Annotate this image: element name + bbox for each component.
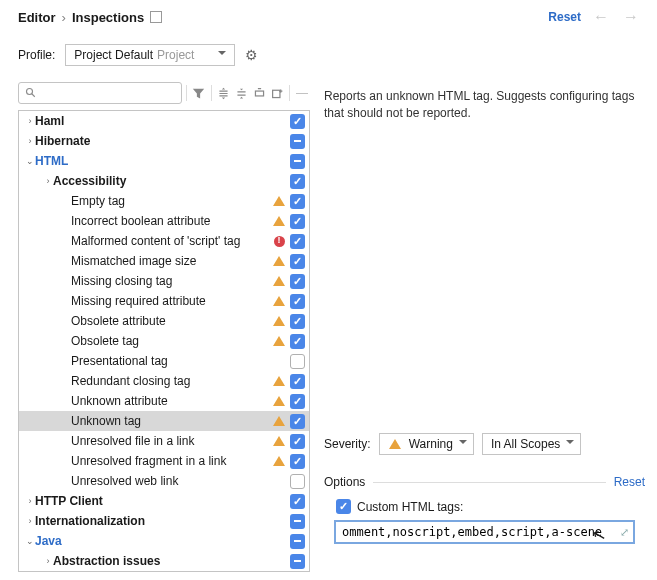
tree-row[interactable]: Empty tag [19, 191, 309, 211]
tree-item-label: Missing closing tag [71, 274, 272, 288]
tree-row[interactable]: ⌄HTML [19, 151, 309, 171]
tree-row[interactable]: Missing closing tag [19, 271, 309, 291]
remove-icon[interactable]: — [294, 83, 310, 103]
inspection-checkbox[interactable] [290, 254, 305, 269]
custom-tags-label: Custom HTML tags: [357, 500, 463, 514]
warning-icon [272, 194, 286, 208]
chevron-icon[interactable]: › [25, 496, 35, 506]
inspection-checkbox[interactable] [290, 154, 305, 169]
tree-item-label: Redundant closing tag [71, 374, 272, 388]
breadcrumb-inspections[interactable]: Inspections [72, 10, 144, 25]
inspection-checkbox[interactable] [290, 354, 305, 369]
tree-item-label: Obsolete tag [71, 334, 272, 348]
inspection-checkbox[interactable] [290, 314, 305, 329]
tree-row[interactable]: Obsolete tag [19, 331, 309, 351]
collapse-icon[interactable] [233, 83, 249, 103]
warning-icon [272, 374, 286, 388]
gear-icon[interactable]: ⚙ [245, 47, 258, 63]
filter-icon[interactable] [191, 83, 207, 103]
inspection-checkbox[interactable] [290, 454, 305, 469]
chevron-icon[interactable]: › [25, 516, 35, 526]
chevron-icon[interactable]: ⌄ [25, 156, 35, 166]
search-input[interactable] [18, 82, 182, 104]
expand-field-icon[interactable]: ⤢ [620, 526, 629, 539]
tree-row[interactable]: Unknown attribute [19, 391, 309, 411]
inspection-checkbox[interactable] [290, 234, 305, 249]
tree-row[interactable]: Unknown tag [19, 411, 309, 431]
add-icon[interactable] [269, 83, 285, 103]
tree-item-label: Abstraction issues [53, 554, 272, 568]
inspection-checkbox[interactable] [290, 414, 305, 429]
tree-row[interactable]: Unresolved file in a link [19, 431, 309, 451]
tree-item-label: Unresolved file in a link [71, 434, 272, 448]
tree-row[interactable]: ›Haml [19, 111, 309, 131]
inspection-checkbox[interactable] [290, 214, 305, 229]
chevron-icon[interactable]: › [25, 116, 35, 126]
severity-select[interactable]: Warning [379, 433, 474, 455]
tree-row[interactable]: Obsolete attribute [19, 311, 309, 331]
chevron-icon[interactable]: › [43, 556, 53, 566]
chevron-icon[interactable]: › [43, 176, 53, 186]
inspection-checkbox[interactable] [290, 394, 305, 409]
tree-row[interactable]: Missing required attribute [19, 291, 309, 311]
reset-defaults-icon[interactable] [251, 83, 267, 103]
custom-tags-checkbox[interactable] [336, 499, 351, 514]
forward-arrow-icon: → [621, 8, 641, 26]
reset-link[interactable]: Reset [548, 10, 581, 24]
options-label: Options [324, 475, 365, 489]
inspection-checkbox[interactable] [290, 554, 305, 569]
tree-row[interactable]: Unresolved fragment in a link [19, 451, 309, 471]
tree-row[interactable]: ›Hibernate [19, 131, 309, 151]
inspection-checkbox[interactable] [290, 434, 305, 449]
tree-row[interactable]: Incorrect boolean attribute [19, 211, 309, 231]
breadcrumb: Editor › Inspections [18, 10, 548, 25]
inspection-description: Reports an unknown HTML tag. Suggests co… [324, 88, 645, 123]
tree-row[interactable]: Mismatched image size [19, 251, 309, 271]
warning-icon [272, 214, 286, 228]
tree-item-label: HTML [35, 154, 272, 168]
separator-toggle-icon[interactable] [150, 11, 162, 23]
inspection-checkbox[interactable] [290, 294, 305, 309]
tree-row[interactable]: ›HTTP Client [19, 491, 309, 511]
tree-row[interactable]: Presentational tag [19, 351, 309, 371]
search-icon [25, 87, 37, 99]
profile-select[interactable]: Project Default Project [65, 44, 235, 66]
expand-icon[interactable] [216, 83, 232, 103]
inspection-checkbox[interactable] [290, 374, 305, 389]
warning-icon [388, 437, 402, 451]
tree-row[interactable]: Unresolved web link [19, 471, 309, 491]
scope-select[interactable]: In All Scopes [482, 433, 581, 455]
inspection-checkbox[interactable] [290, 514, 305, 529]
chevron-icon[interactable]: ⌄ [25, 536, 35, 546]
tree-item-label: Java [35, 534, 272, 548]
inspection-checkbox[interactable] [290, 494, 305, 509]
inspection-checkbox[interactable] [290, 534, 305, 549]
inspection-checkbox[interactable] [290, 134, 305, 149]
inspection-checkbox[interactable] [290, 194, 305, 209]
tree-item-label: Malformed content of 'script' tag [71, 234, 272, 248]
tree-row[interactable]: ›Accessibility [19, 171, 309, 191]
severity-label: Severity: [324, 437, 371, 451]
breadcrumb-editor[interactable]: Editor [18, 10, 56, 25]
tree-row[interactable]: ›Abstraction issues [19, 551, 309, 571]
inspection-checkbox[interactable] [290, 174, 305, 189]
tree-item-label: Internationalization [35, 514, 272, 528]
tree-item-label: Accessibility [53, 174, 272, 188]
tree-item-label: HTTP Client [35, 494, 272, 508]
tree-row[interactable]: Redundant closing tag [19, 371, 309, 391]
inspection-checkbox[interactable] [290, 474, 305, 489]
inspection-checkbox[interactable] [290, 274, 305, 289]
warning-icon [272, 434, 286, 448]
options-reset-link[interactable]: Reset [614, 475, 645, 489]
inspection-tree[interactable]: ›Haml›Hibernate⌄HTML›AccessibilityEmpty … [18, 110, 310, 572]
tree-row[interactable]: ⌄Java [19, 531, 309, 551]
tree-row[interactable]: ›Internationalization [19, 511, 309, 531]
warning-icon [272, 254, 286, 268]
inspection-checkbox[interactable] [290, 114, 305, 129]
tree-item-label: Presentational tag [71, 354, 272, 368]
tree-row[interactable]: Malformed content of 'script' tag [19, 231, 309, 251]
chevron-icon[interactable]: › [25, 136, 35, 146]
inspection-checkbox[interactable] [290, 334, 305, 349]
warning-icon [272, 414, 286, 428]
warning-icon [272, 334, 286, 348]
